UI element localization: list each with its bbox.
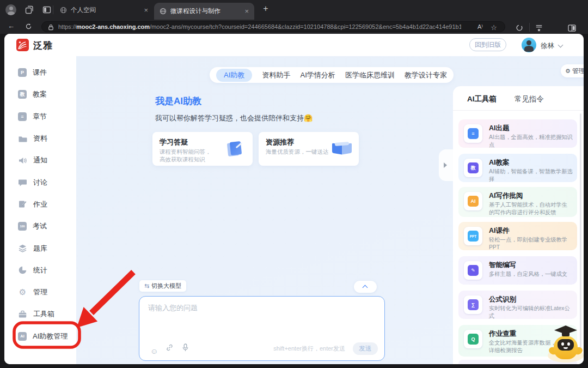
speaker-icon <box>18 156 27 165</box>
panel-scrollbar[interactable] <box>580 113 581 358</box>
tool-card-smart-writing[interactable]: ✎ 智能编写 多样主题，自定风格，一键成文 <box>458 256 577 285</box>
question-input[interactable] <box>148 303 377 337</box>
folder-icon <box>18 134 27 143</box>
divider <box>53 5 53 14</box>
chevron-down-icon[interactable] <box>558 43 564 48</box>
workspaces-icon[interactable] <box>24 4 35 15</box>
sidebar-item-notifications[interactable]: 通知 <box>4 149 76 171</box>
switch-model-button[interactable]: ⇆ 切换大模型 <box>139 280 186 292</box>
emoji-icon[interactable]: ☺ <box>150 347 158 355</box>
tab-learning-analysis[interactable]: AI学情分析 <box>300 70 335 80</box>
pie-chart-icon <box>18 266 27 275</box>
sidebar-item-discussion[interactable]: 讨论 <box>4 171 76 193</box>
assistant-mascot[interactable] <box>547 327 584 363</box>
tab-title: 微课程设计与制作 <box>170 7 241 15</box>
greeting-title: 我是AI助教 <box>155 95 201 107</box>
ai-writing-review-icon: AI <box>464 192 482 210</box>
username[interactable]: 徐林 <box>541 41 554 51</box>
send-button[interactable]: 发送 <box>353 342 378 355</box>
sidebar-item-toolbox[interactable]: 工具箱 <box>4 303 76 325</box>
edit-document-icon <box>18 200 27 209</box>
chat-composer: ☺ shift+enter换行，enter发送 发送 <box>139 296 385 361</box>
sidebar-item-manage[interactable]: ⚙ 管理 <box>4 281 76 303</box>
tab-clinical-thinking[interactable]: 医学临床思维训 <box>345 70 395 80</box>
sidebar-item-ai-assistant-manage[interactable]: AI AI助教管理 <box>4 325 76 347</box>
user-avatar[interactable] <box>522 38 536 52</box>
sidebar-item-courseware[interactable]: P 课件 <box>4 62 76 83</box>
chevron-right-icon <box>444 162 447 168</box>
manage-button[interactable]: ⚙ 管理 <box>561 64 584 77</box>
sidebar-item-question-bank[interactable]: 题库 <box>4 237 76 259</box>
browser-profile-icon[interactable] <box>5 4 16 15</box>
layers-icon <box>18 244 27 253</box>
tool-card-ai-courseware[interactable]: PPT AI课件 轻松一点，即刻创建专业级教学PPT <box>458 222 577 250</box>
feature-card-resources[interactable]: 资源推荐 海量优质资源，一键送达 <box>259 132 359 166</box>
ai-badge-icon: AI <box>18 332 27 341</box>
tab-material-helper[interactable]: 资料助手 <box>262 70 290 80</box>
new-tab-button[interactable]: + <box>260 4 271 14</box>
tab-teaching-design-expert[interactable]: 教学设计专家 <box>405 70 447 80</box>
switch-icon: ⇆ <box>144 282 149 289</box>
brand-name: 泛雅 <box>33 39 53 52</box>
exam-icon: 100 <box>18 222 27 231</box>
close-tab-icon[interactable]: × <box>144 6 148 14</box>
microphone-icon[interactable] <box>182 343 189 354</box>
back-to-old-version-button[interactable]: 回到旧版 <box>469 38 506 51</box>
browser-tab-personal-space[interactable]: 个人空间 × <box>54 0 154 20</box>
sidebar-item-exam[interactable]: 100 考试 <box>4 215 76 237</box>
refresh-icon[interactable] <box>24 22 33 31</box>
smart-writing-icon: ✎ <box>464 261 482 280</box>
briefcase-icon <box>18 310 27 319</box>
chat-bubble-icon <box>18 178 27 187</box>
split-screen-icon[interactable] <box>566 22 577 33</box>
open-book-icon <box>332 142 352 156</box>
ai-courseware-icon: PPT <box>464 227 482 245</box>
feature-card-qa[interactable]: 学习答疑 课程资料智能问答，高效获取课程知识 <box>152 132 253 166</box>
ai-questions-icon: ≡ <box>464 124 482 143</box>
panel-tab-common-commands[interactable]: 常见指令 <box>514 94 544 104</box>
tab-ai-assistant[interactable]: AI助教 <box>216 69 252 82</box>
globe-favicon <box>60 7 67 14</box>
notebook-pen-icon <box>226 141 245 157</box>
browser-tab-course[interactable]: 微课程设计与制作 × <box>154 3 254 20</box>
chapters-icon: ≡ <box>18 112 27 121</box>
sidebar-item-homework[interactable]: 作业 <box>4 194 76 215</box>
collections-icon[interactable] <box>534 22 544 33</box>
tool-card-ai-questions[interactable]: ≡ AI出题 AI出题，全面高效，精准把握知识点 <box>458 119 577 148</box>
app-window: 泛雅 回到旧版 徐林 P 课件 教 教案 ≡ 章节 资料 <box>4 34 584 364</box>
panel-collapse-handle[interactable] <box>439 149 453 181</box>
lesson-plan-icon: 教 <box>18 90 27 99</box>
gear-icon: ⚙ <box>18 287 27 297</box>
send-hint: shift+enter换行，enter发送 <box>273 345 345 353</box>
sidebar-item-statistics[interactable]: 统计 <box>4 260 76 281</box>
panel-tab-toolbox[interactable]: AI工具箱 <box>467 94 497 104</box>
read-aloud-icon[interactable]: A⁾ <box>477 23 483 31</box>
course-sidebar: P 课件 教 教案 ≡ 章节 资料 通知 讨论 <box>4 56 76 364</box>
divider <box>453 110 584 111</box>
tool-card-formula-recognition[interactable]: ∑ 公式识别 实时转化为可编辑的标准Latex公式 <box>458 291 577 319</box>
url-text: https://mooc2-ans.chaoxing.com/mooc2-ans… <box>58 23 461 30</box>
ai-lesson-plan-icon: 教 <box>464 159 482 177</box>
tab-actions-icon[interactable] <box>41 4 52 15</box>
browser-tabstrip: 个人空间 × 微课程设计与制作 × + <box>0 0 588 20</box>
browser-essentials-icon[interactable] <box>514 22 525 33</box>
tab-title: 个人空间 <box>71 6 140 14</box>
lock-icon[interactable] <box>47 23 54 31</box>
collapse-button[interactable] <box>354 281 377 293</box>
sidebar-item-lesson-plan[interactable]: 教 教案 <box>4 83 76 105</box>
back-icon[interactable]: ← <box>8 22 15 30</box>
plagiarism-check-icon: Q <box>464 330 482 348</box>
attachment-link-icon[interactable] <box>166 343 174 354</box>
assistant-tabbar: AI助教 资料助手 AI学情分析 医学临床思维训 教学设计专家 <box>210 67 454 83</box>
sidebar-item-chapters[interactable]: ≡ 章节 <box>4 106 76 128</box>
close-tab-icon[interactable]: × <box>244 7 249 15</box>
tool-card-ai-lesson-plan[interactable]: 教 AI教案 AI辅助，智能备课，智慧教学新选择 <box>458 154 577 182</box>
gear-icon: ⚙ <box>565 68 571 75</box>
tool-card-ai-writing-review[interactable]: AI AI写作批阅 基于人工智能技术，自动对学生的写作内容进行评分和反馈 <box>458 187 577 217</box>
sidebar-item-materials[interactable]: 资料 <box>4 128 76 149</box>
url-bar[interactable]: https://mooc2-ans.chaoxing.com/mooc2-ans… <box>41 21 505 32</box>
chevron-up-icon <box>363 285 368 291</box>
favorite-star-icon[interactable]: ☆ <box>491 23 497 32</box>
divider <box>529 23 530 32</box>
browser-addressbar: ← https://mooc2-ans.chaoxing.com/mooc2-a… <box>0 20 588 34</box>
